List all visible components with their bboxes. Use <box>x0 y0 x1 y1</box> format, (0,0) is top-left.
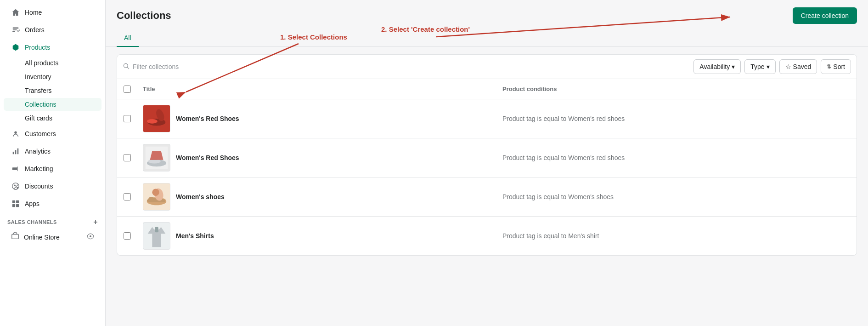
svg-point-18 <box>124 63 128 68</box>
discounts-icon <box>11 182 20 191</box>
svg-rect-4 <box>15 150 17 154</box>
availability-filter-button[interactable]: Availability ▾ <box>693 59 741 74</box>
row-title-cell-2: Women's Red Shoes <box>137 144 497 172</box>
table-row[interactable]: Men's Shirts Product tag is equal to Men… <box>117 217 857 255</box>
conditions-column-header: Product conditions <box>497 84 857 94</box>
svg-point-6 <box>14 184 16 186</box>
type-label: Type <box>750 63 764 70</box>
sidebar-customers-label: Customers <box>25 130 56 137</box>
row-title-4: Men's Shirts <box>176 232 214 240</box>
page-title: Collections <box>117 10 171 22</box>
svg-rect-10 <box>12 204 15 207</box>
sales-channels-section: SALES CHANNELS + <box>0 212 105 228</box>
collections-table: Title Product conditions Women's Red Sho… <box>117 79 857 256</box>
row-condition-2: Product tag is equal to Women's red shoe… <box>497 154 857 161</box>
type-filter-button[interactable]: Type ▾ <box>744 59 775 74</box>
row-condition-1: Product tag is equal to Women's red shoe… <box>497 115 857 122</box>
row-check-4 <box>117 232 137 240</box>
svg-rect-9 <box>16 200 19 203</box>
svg-rect-1 <box>13 29 17 30</box>
svg-rect-8 <box>12 200 15 203</box>
row-title-cell-4: Men's Shirts <box>137 222 497 250</box>
sidebar-item-discounts[interactable]: Discounts <box>4 178 101 194</box>
table-row[interactable]: Women's shoes Product tag is equal to Wo… <box>117 177 857 217</box>
sidebar-item-marketing[interactable]: Marketing <box>4 160 101 177</box>
svg-rect-35 <box>155 227 158 233</box>
sidebar-item-apps[interactable]: Apps <box>4 195 101 212</box>
sidebar-item-customers[interactable]: Customers <box>4 126 101 142</box>
product-thumbnail-2 <box>143 144 170 172</box>
sidebar-home-label: Home <box>25 9 42 16</box>
search-wrapper <box>123 63 690 71</box>
svg-rect-11 <box>16 204 19 207</box>
filter-bar: Availability ▾ Type ▾ ☆ Saved ⇅ Sort <box>117 54 857 79</box>
row-check-2 <box>117 154 137 161</box>
sort-button[interactable]: ⇅ Sort <box>821 59 851 74</box>
sidebar-sub-inventory[interactable]: Inventory <box>4 70 101 83</box>
sidebar-sub-gift-cards[interactable]: Gift cards <box>4 112 101 125</box>
sidebar-item-products[interactable]: Products <box>4 39 101 56</box>
row-checkbox-1[interactable] <box>124 115 131 122</box>
apps-icon <box>11 199 20 208</box>
search-icon <box>123 63 130 71</box>
sidebar-sub-transfers[interactable]: Transfers <box>4 84 101 97</box>
saved-label: Saved <box>793 63 812 70</box>
title-column-header: Title <box>137 84 497 94</box>
tab-all[interactable]: All <box>117 29 139 47</box>
sidebar-analytics-label: Analytics <box>25 148 51 155</box>
main-content: 1. Select Collections 2. Select 'Create … <box>106 0 868 326</box>
sidebar-sub-all-products[interactable]: All products <box>4 57 101 69</box>
table-row[interactable]: Women's Red Shoes Product tag is equal t… <box>117 99 857 138</box>
svg-point-21 <box>147 119 158 124</box>
home-icon <box>11 8 20 17</box>
add-sales-channel-icon[interactable]: + <box>93 218 98 226</box>
customers-icon <box>11 129 20 138</box>
sidebar: Home Orders Products All products Invent… <box>0 0 106 326</box>
sidebar-item-orders[interactable]: Orders <box>4 22 101 38</box>
online-store-label: Online Store <box>24 234 60 241</box>
sort-icon: ⇅ <box>827 63 831 70</box>
row-checkbox-3[interactable] <box>124 193 131 200</box>
create-collection-button[interactable]: Create collection <box>793 7 857 24</box>
page-header: Collections Create collection <box>106 0 868 24</box>
orders-icon <box>11 25 20 34</box>
sidebar-apps-label: Apps <box>25 200 39 207</box>
select-all-checkbox[interactable] <box>124 86 131 93</box>
svg-rect-0 <box>13 28 19 29</box>
tabs-bar: All <box>106 24 868 47</box>
row-title-cell-1: Women's Red Shoes <box>137 105 497 132</box>
chevron-down-icon-2: ▾ <box>767 63 770 70</box>
row-checkbox-4[interactable] <box>124 232 131 240</box>
product-thumbnail-1 <box>143 105 170 132</box>
row-title-2: Women's Red Shoes <box>176 154 239 161</box>
header-checkbox-cell <box>117 84 137 94</box>
sidebar-orders-label: Orders <box>25 26 45 34</box>
availability-label: Availability <box>699 63 730 70</box>
row-condition-4: Product tag is equal to Men's shirt <box>497 232 857 240</box>
svg-marker-27 <box>150 151 163 160</box>
table-row[interactable]: Women's Red Shoes Product tag is equal t… <box>117 138 857 177</box>
svg-point-32 <box>152 189 159 196</box>
sidebar-item-online-store[interactable]: Online Store <box>4 229 101 246</box>
chevron-down-icon: ▾ <box>732 63 735 70</box>
row-checkbox-2[interactable] <box>124 154 131 161</box>
svg-point-2 <box>14 132 17 134</box>
sidebar-products-label: Products <box>25 44 50 51</box>
eye-icon[interactable] <box>87 233 94 241</box>
sidebar-item-analytics[interactable]: Analytics <box>4 143 101 160</box>
sidebar-sub-collections[interactable]: Collections <box>4 98 101 111</box>
svg-point-13 <box>90 235 91 237</box>
sidebar-item-home[interactable]: Home <box>4 4 101 21</box>
row-title-3: Women's shoes <box>176 193 225 200</box>
analytics-icon <box>11 147 20 156</box>
products-icon <box>11 43 20 52</box>
search-input[interactable] <box>133 63 690 70</box>
marketing-icon <box>11 164 20 173</box>
table-header-row: Title Product conditions <box>117 79 857 99</box>
sidebar-discounts-label: Discounts <box>25 183 53 190</box>
saved-button[interactable]: ☆ Saved <box>779 59 817 74</box>
row-check-3 <box>117 193 137 200</box>
row-check-1 <box>117 115 137 122</box>
product-thumbnail-4 <box>143 222 170 250</box>
svg-rect-3 <box>13 152 14 154</box>
